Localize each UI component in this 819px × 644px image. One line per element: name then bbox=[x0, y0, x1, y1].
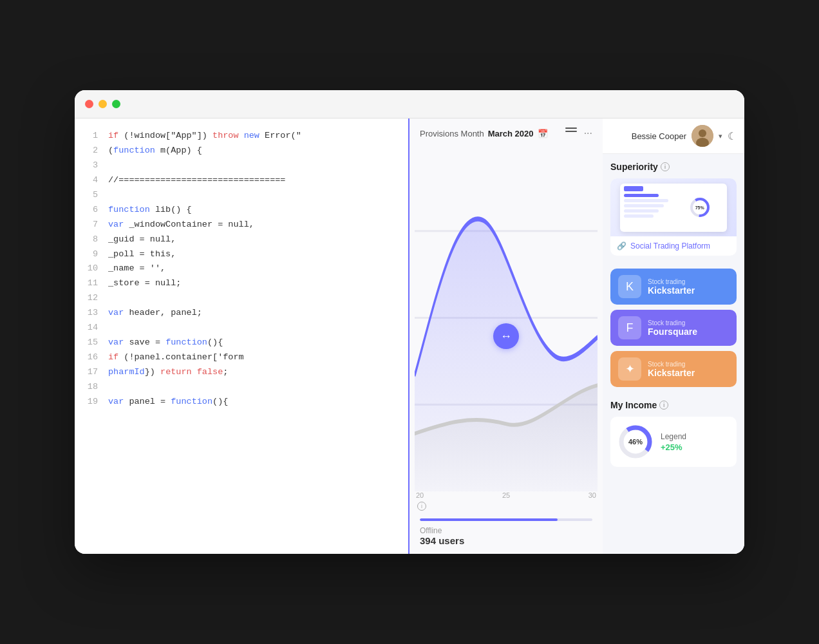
line-code: var header, panel; bbox=[108, 306, 202, 321]
code-line: 15 var save = function(){ bbox=[75, 336, 408, 350]
line-code: var save = function(){ bbox=[108, 336, 223, 350]
user-name: Bessie Cooper bbox=[632, 131, 686, 141]
line-code: if (!window["App"]) throw new Error(" bbox=[108, 129, 301, 144]
line-code: pharmId}) return false; bbox=[108, 365, 228, 380]
x-label-25: 25 bbox=[502, 491, 510, 499]
avatar bbox=[692, 125, 713, 147]
line-number: 14 bbox=[80, 321, 98, 336]
chevron-down-icon[interactable]: ▾ bbox=[719, 132, 722, 140]
line-number: 8 bbox=[80, 232, 98, 247]
kickstarter-blue-info: Stock trading Kickstarter bbox=[648, 278, 695, 296]
line-number: 15 bbox=[80, 336, 98, 350]
line-code: var panel = function(){ bbox=[108, 395, 228, 410]
x-label-20: 20 bbox=[416, 491, 424, 499]
chart-users-count: 394 users bbox=[420, 535, 592, 546]
legend-label: Legend bbox=[661, 432, 686, 441]
chart-svg bbox=[415, 144, 598, 491]
svg-point-4 bbox=[699, 129, 706, 137]
line-number: 6 bbox=[80, 203, 98, 218]
menu-icon[interactable] bbox=[565, 128, 577, 132]
maximize-button[interactable] bbox=[112, 100, 120, 108]
chart-progress-bar bbox=[420, 518, 592, 521]
content-area: 1if (!window["App"]) throw new Error("2(… bbox=[75, 118, 744, 554]
income-donut: 46% bbox=[618, 424, 653, 459]
line-number: 10 bbox=[80, 261, 98, 276]
superiority-section: Superiority i bbox=[603, 154, 744, 269]
income-card: 46% Legend +25% bbox=[610, 417, 737, 467]
kickstarter-blue-name: Kickstarter bbox=[648, 285, 695, 296]
superiority-card[interactable]: 75% 🔗 Social Trading Platform bbox=[610, 178, 737, 256]
line-number: 2 bbox=[80, 144, 98, 158]
mini-right: 75% bbox=[676, 186, 723, 229]
superiority-info-icon[interactable]: i bbox=[661, 162, 670, 171]
code-line: 5 bbox=[75, 188, 408, 203]
chart-panel: Provisions Month March 2020 📅 ··· bbox=[410, 118, 603, 554]
chart-area bbox=[410, 144, 603, 491]
foursquare-info: Stock trading Foursquare bbox=[648, 319, 697, 337]
kickstarter-org-label: Stock trading bbox=[648, 361, 695, 368]
line-number: 18 bbox=[80, 380, 98, 395]
kickstarter-org-name: Kickstarter bbox=[648, 368, 695, 378]
link-icon: 🔗 bbox=[617, 242, 626, 251]
title-bar bbox=[75, 90, 744, 118]
foursquare-logo: F bbox=[618, 316, 641, 339]
kickstarter-blue-logo: K bbox=[618, 275, 641, 298]
line-number: 9 bbox=[80, 247, 98, 262]
chart-progress-fill bbox=[420, 518, 558, 521]
code-line: 8 _guid = null, bbox=[75, 232, 408, 247]
superiority-link[interactable]: 🔗 Social Trading Platform bbox=[610, 236, 737, 256]
income-info-icon[interactable]: i bbox=[659, 401, 668, 410]
legend-value: +25% bbox=[661, 442, 686, 452]
line-code: var _windowContainer = null, bbox=[108, 218, 254, 232]
trading-card-foursquare[interactable]: F Stock trading Foursquare bbox=[610, 310, 737, 346]
window-controls bbox=[85, 100, 120, 108]
close-button[interactable] bbox=[85, 100, 93, 108]
foursquare-label: Stock trading bbox=[648, 319, 697, 327]
dashboard-panel: Bessie Cooper ▾ ☾ Superiority i bbox=[603, 118, 744, 554]
superiority-title: Superiority i bbox=[610, 162, 737, 172]
line-code: function lib() { bbox=[108, 203, 192, 218]
code-line: 7 var _windowContainer = null, bbox=[75, 218, 408, 232]
mini-left bbox=[624, 186, 673, 229]
line-number: 5 bbox=[80, 188, 98, 203]
x-label-30: 30 bbox=[588, 491, 596, 499]
superiority-preview: 75% bbox=[610, 178, 737, 236]
code-line: 11 _store = null; bbox=[75, 276, 408, 291]
line-code: _guid = null, bbox=[108, 232, 176, 247]
trading-card-kickstarter-org[interactable]: ✦ Stock trading Kickstarter bbox=[610, 351, 737, 387]
chart-filter: Provisions Month March 2020 📅 bbox=[420, 129, 548, 138]
divider-handle[interactable]: ↔ bbox=[493, 323, 519, 349]
line-number: 12 bbox=[80, 291, 98, 306]
chart-info-icon[interactable]: i bbox=[417, 502, 426, 511]
calendar-icon[interactable]: 📅 bbox=[538, 129, 548, 138]
code-line: 18 bbox=[75, 380, 408, 395]
line-number: 11 bbox=[80, 276, 98, 291]
code-editor: 1if (!window["App"]) throw new Error("2(… bbox=[75, 118, 410, 554]
code-line: 10 _name = '', bbox=[75, 261, 408, 276]
dark-mode-icon[interactable]: ☾ bbox=[728, 130, 737, 142]
app-window: 1if (!window["App"]) throw new Error("2(… bbox=[75, 90, 744, 554]
code-line: 9 _poll = this, bbox=[75, 247, 408, 262]
code-line: 4 //================================ bbox=[75, 173, 408, 188]
code-line: 6function lib() { bbox=[75, 203, 408, 218]
kickstarter-blue-label: Stock trading bbox=[648, 278, 695, 285]
foursquare-name: Foursquare bbox=[648, 327, 697, 337]
code-line: 13 var header, panel; bbox=[75, 306, 408, 321]
dash-header: Bessie Cooper ▾ ☾ bbox=[603, 118, 744, 154]
more-options-icon[interactable]: ··· bbox=[584, 128, 592, 139]
code-line: 3 bbox=[75, 158, 408, 173]
code-line: 14 bbox=[75, 321, 408, 336]
code-line: 12 bbox=[75, 291, 408, 306]
kickstarter-org-info: Stock trading Kickstarter bbox=[648, 361, 695, 378]
line-code: _poll = this, bbox=[108, 247, 176, 262]
minimize-button[interactable] bbox=[99, 100, 107, 108]
chart-status-label: Offline bbox=[420, 526, 592, 535]
trading-card-kickstarter-blue[interactable]: K Stock trading Kickstarter bbox=[610, 269, 737, 305]
code-line: 17pharmId}) return false; bbox=[75, 365, 408, 380]
line-code: _name = '', bbox=[108, 261, 165, 276]
mini-dashboard-preview: 75% bbox=[620, 184, 728, 232]
kickstarter-org-logo: ✦ bbox=[618, 357, 641, 381]
income-section: My Income i 46% Legend +25% bbox=[603, 392, 744, 475]
code-line: 19 var panel = function(){ bbox=[75, 395, 408, 410]
line-code: (function m(App) { bbox=[108, 144, 202, 158]
